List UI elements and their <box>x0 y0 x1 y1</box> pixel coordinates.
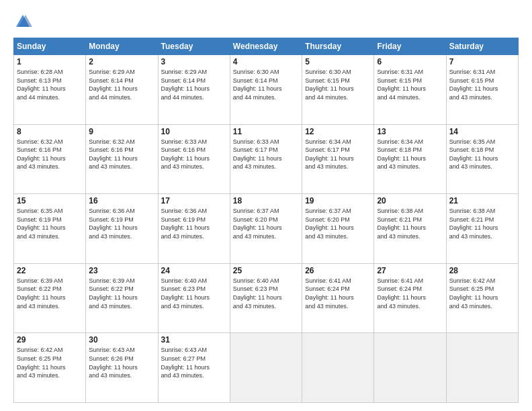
calendar-day-cell <box>374 333 446 403</box>
day-number: 7 <box>449 57 515 66</box>
day-info: Sunrise: 6:37 AM Sunset: 6:20 PM Dayligh… <box>305 207 371 240</box>
day-number: 8 <box>17 127 83 136</box>
day-info: Sunrise: 6:34 AM Sunset: 6:18 PM Dayligh… <box>377 138 443 171</box>
day-info: Sunrise: 6:38 AM Sunset: 6:21 PM Dayligh… <box>377 207 443 240</box>
calendar-day-cell: 3Sunrise: 6:29 AM Sunset: 6:14 PM Daylig… <box>158 55 230 125</box>
day-number: 25 <box>233 266 299 275</box>
calendar-week-row: 22Sunrise: 6:39 AM Sunset: 6:22 PM Dayli… <box>14 263 519 333</box>
calendar-day-cell: 27Sunrise: 6:41 AM Sunset: 6:24 PM Dayli… <box>374 263 446 333</box>
day-info: Sunrise: 6:42 AM Sunset: 6:25 PM Dayligh… <box>17 346 83 379</box>
day-number: 17 <box>161 196 227 205</box>
calendar-day-cell: 20Sunrise: 6:38 AM Sunset: 6:21 PM Dayli… <box>374 194 446 264</box>
day-info: Sunrise: 6:31 AM Sunset: 6:15 PM Dayligh… <box>449 68 515 101</box>
calendar-day-cell: 26Sunrise: 6:41 AM Sunset: 6:24 PM Dayli… <box>302 263 374 333</box>
day-number: 26 <box>305 266 371 275</box>
day-number: 11 <box>233 127 299 136</box>
calendar-day-cell: 28Sunrise: 6:42 AM Sunset: 6:25 PM Dayli… <box>446 263 518 333</box>
day-number: 18 <box>233 196 299 205</box>
calendar: SundayMondayTuesdayWednesdayThursdayFrid… <box>13 38 519 403</box>
calendar-day-cell: 1Sunrise: 6:28 AM Sunset: 6:13 PM Daylig… <box>14 55 86 125</box>
day-info: Sunrise: 6:29 AM Sunset: 6:14 PM Dayligh… <box>161 68 227 101</box>
calendar-day-cell: 7Sunrise: 6:31 AM Sunset: 6:15 PM Daylig… <box>446 55 518 125</box>
calendar-day-cell: 24Sunrise: 6:40 AM Sunset: 6:23 PM Dayli… <box>158 263 230 333</box>
day-info: Sunrise: 6:37 AM Sunset: 6:20 PM Dayligh… <box>233 207 299 240</box>
logo-icon <box>13 12 32 31</box>
day-number: 19 <box>305 196 371 205</box>
calendar-day-cell: 16Sunrise: 6:36 AM Sunset: 6:19 PM Dayli… <box>86 194 158 264</box>
weekday-header: Saturday <box>446 38 518 55</box>
header <box>13 12 519 31</box>
day-info: Sunrise: 6:36 AM Sunset: 6:19 PM Dayligh… <box>161 207 227 240</box>
day-number: 6 <box>377 57 443 66</box>
calendar-day-cell: 30Sunrise: 6:43 AM Sunset: 6:26 PM Dayli… <box>86 333 158 403</box>
day-number: 4 <box>233 57 299 66</box>
day-number: 22 <box>17 266 83 275</box>
day-info: Sunrise: 6:30 AM Sunset: 6:15 PM Dayligh… <box>305 68 371 101</box>
day-number: 14 <box>449 127 515 136</box>
weekday-header: Thursday <box>302 38 374 55</box>
day-info: Sunrise: 6:40 AM Sunset: 6:23 PM Dayligh… <box>233 277 299 310</box>
day-number: 2 <box>89 57 154 66</box>
weekday-header: Sunday <box>14 38 86 55</box>
day-info: Sunrise: 6:43 AM Sunset: 6:27 PM Dayligh… <box>161 346 227 379</box>
day-number: 27 <box>377 266 443 275</box>
calendar-day-cell: 29Sunrise: 6:42 AM Sunset: 6:25 PM Dayli… <box>14 333 86 403</box>
day-number: 10 <box>161 127 227 136</box>
day-info: Sunrise: 6:30 AM Sunset: 6:14 PM Dayligh… <box>233 68 299 101</box>
calendar-day-cell: 9Sunrise: 6:32 AM Sunset: 6:16 PM Daylig… <box>86 124 158 194</box>
day-info: Sunrise: 6:32 AM Sunset: 6:16 PM Dayligh… <box>17 138 83 171</box>
calendar-day-cell <box>302 333 374 403</box>
calendar-day-cell: 6Sunrise: 6:31 AM Sunset: 6:15 PM Daylig… <box>374 55 446 125</box>
weekday-header: Tuesday <box>158 38 230 55</box>
day-info: Sunrise: 6:38 AM Sunset: 6:21 PM Dayligh… <box>449 207 515 240</box>
page: SundayMondayTuesdayWednesdayThursdayFrid… <box>0 0 532 411</box>
calendar-week-row: 8Sunrise: 6:32 AM Sunset: 6:16 PM Daylig… <box>14 124 519 194</box>
weekday-header: Monday <box>86 38 158 55</box>
weekday-header: Friday <box>374 38 446 55</box>
calendar-day-cell: 12Sunrise: 6:34 AM Sunset: 6:17 PM Dayli… <box>302 124 374 194</box>
day-info: Sunrise: 6:33 AM Sunset: 6:17 PM Dayligh… <box>233 138 299 171</box>
calendar-day-cell <box>446 333 518 403</box>
calendar-day-cell: 23Sunrise: 6:39 AM Sunset: 6:22 PM Dayli… <box>86 263 158 333</box>
day-info: Sunrise: 6:29 AM Sunset: 6:14 PM Dayligh… <box>89 68 154 101</box>
weekday-header: Wednesday <box>230 38 302 55</box>
day-number: 9 <box>89 127 154 136</box>
day-info: Sunrise: 6:34 AM Sunset: 6:17 PM Dayligh… <box>305 138 371 171</box>
day-info: Sunrise: 6:39 AM Sunset: 6:22 PM Dayligh… <box>17 277 83 310</box>
day-info: Sunrise: 6:28 AM Sunset: 6:13 PM Dayligh… <box>17 68 83 101</box>
calendar-day-cell: 25Sunrise: 6:40 AM Sunset: 6:23 PM Dayli… <box>230 263 302 333</box>
day-info: Sunrise: 6:39 AM Sunset: 6:22 PM Dayligh… <box>89 277 154 310</box>
day-number: 29 <box>17 335 83 345</box>
calendar-day-cell: 22Sunrise: 6:39 AM Sunset: 6:22 PM Dayli… <box>14 263 86 333</box>
calendar-day-cell: 8Sunrise: 6:32 AM Sunset: 6:16 PM Daylig… <box>14 124 86 194</box>
day-number: 21 <box>449 196 515 205</box>
calendar-day-cell: 13Sunrise: 6:34 AM Sunset: 6:18 PM Dayli… <box>374 124 446 194</box>
day-number: 31 <box>161 335 227 345</box>
day-info: Sunrise: 6:43 AM Sunset: 6:26 PM Dayligh… <box>89 346 154 379</box>
calendar-day-cell: 2Sunrise: 6:29 AM Sunset: 6:14 PM Daylig… <box>86 55 158 125</box>
calendar-day-cell: 5Sunrise: 6:30 AM Sunset: 6:15 PM Daylig… <box>302 55 374 125</box>
calendar-body: 1Sunrise: 6:28 AM Sunset: 6:13 PM Daylig… <box>14 55 519 403</box>
calendar-week-row: 1Sunrise: 6:28 AM Sunset: 6:13 PM Daylig… <box>14 55 519 125</box>
day-number: 16 <box>89 196 154 205</box>
calendar-day-cell: 17Sunrise: 6:36 AM Sunset: 6:19 PM Dayli… <box>158 194 230 264</box>
calendar-day-cell: 15Sunrise: 6:35 AM Sunset: 6:19 PM Dayli… <box>14 194 86 264</box>
day-info: Sunrise: 6:35 AM Sunset: 6:19 PM Dayligh… <box>17 207 83 240</box>
day-info: Sunrise: 6:35 AM Sunset: 6:18 PM Dayligh… <box>449 138 515 171</box>
day-number: 30 <box>89 335 154 345</box>
day-info: Sunrise: 6:41 AM Sunset: 6:24 PM Dayligh… <box>377 277 443 310</box>
day-info: Sunrise: 6:36 AM Sunset: 6:19 PM Dayligh… <box>89 207 154 240</box>
day-number: 12 <box>305 127 371 136</box>
day-info: Sunrise: 6:42 AM Sunset: 6:25 PM Dayligh… <box>449 277 515 310</box>
day-number: 23 <box>89 266 154 275</box>
day-info: Sunrise: 6:33 AM Sunset: 6:16 PM Dayligh… <box>161 138 227 171</box>
day-info: Sunrise: 6:41 AM Sunset: 6:24 PM Dayligh… <box>305 277 371 310</box>
calendar-day-cell: 14Sunrise: 6:35 AM Sunset: 6:18 PM Dayli… <box>446 124 518 194</box>
calendar-day-cell: 31Sunrise: 6:43 AM Sunset: 6:27 PM Dayli… <box>158 333 230 403</box>
calendar-day-cell: 10Sunrise: 6:33 AM Sunset: 6:16 PM Dayli… <box>158 124 230 194</box>
day-number: 13 <box>377 127 443 136</box>
calendar-week-row: 29Sunrise: 6:42 AM Sunset: 6:25 PM Dayli… <box>14 333 519 403</box>
day-number: 24 <box>161 266 227 275</box>
calendar-day-cell: 18Sunrise: 6:37 AM Sunset: 6:20 PM Dayli… <box>230 194 302 264</box>
day-number: 28 <box>449 266 515 275</box>
